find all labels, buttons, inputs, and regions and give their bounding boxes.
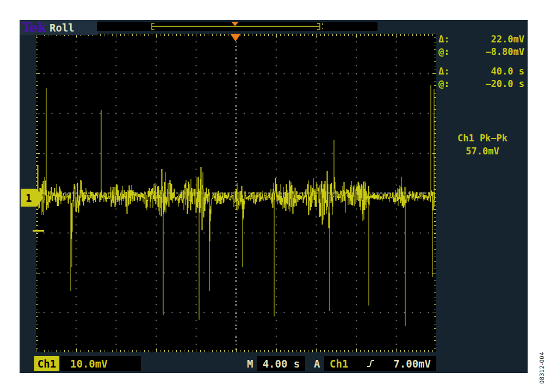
timebase-label: M bbox=[247, 356, 253, 371]
at-icon: @: bbox=[438, 78, 449, 90]
trigger-readout: Ch1 7.00mV bbox=[324, 356, 436, 371]
graticule bbox=[36, 34, 436, 352]
trigger-level: 7.00mV bbox=[393, 358, 431, 370]
cursor-delta-v-row: Δ: 22.0mV bbox=[438, 33, 527, 46]
record-view-bar bbox=[97, 22, 377, 31]
ch1-noise-waveform bbox=[36, 34, 436, 352]
at-icon: @: bbox=[438, 46, 449, 58]
trigger-source: Ch1 bbox=[330, 358, 348, 370]
time-cursor-group: Δ: 40.0 s @: −20.0 s bbox=[438, 65, 527, 90]
timebase-readout: 4.00 s bbox=[257, 356, 305, 371]
cursor-at-v-value: −8.80mV bbox=[485, 46, 524, 58]
tek-logo: Tek bbox=[22, 21, 46, 34]
trigger-mode-label: A bbox=[314, 356, 320, 371]
top-bar: Tek Roll bbox=[20, 20, 98, 35]
cursor-at-t-value: −20.0 s bbox=[485, 78, 524, 90]
cursor-at-t-row: @: −20.0 s bbox=[438, 78, 527, 90]
trigger-position-icon bbox=[230, 34, 241, 41]
voltage-cursor-group: Δ: 22.0mV @: −8.80mV bbox=[438, 33, 527, 58]
figure-page: Tek Roll 1 bbox=[0, 0, 557, 392]
cursor-delta-t-value: 40.0 s bbox=[491, 65, 524, 78]
cursor-delta-t-row: Δ: 40.0 s bbox=[438, 65, 527, 78]
vertical-scale-readout: 10.0mV bbox=[60, 356, 141, 371]
cursor-at-v-row: @: −8.80mV bbox=[438, 46, 527, 58]
delta-icon: Δ: bbox=[438, 33, 449, 46]
measurement-readout: Ch1 Pk−Pk 57.0mV bbox=[436, 132, 529, 158]
figure-number: 08312-004 bbox=[539, 340, 545, 384]
acquisition-mode-label: Roll bbox=[49, 21, 75, 34]
delta-icon: Δ: bbox=[438, 65, 449, 78]
measurement-title: Ch1 Pk−Pk bbox=[436, 132, 529, 145]
channel1-marker-label: 1 bbox=[26, 192, 32, 204]
channel1-badge: Ch1 bbox=[34, 356, 59, 371]
record-position-icon bbox=[231, 22, 239, 26]
oscilloscope-screen: Tek Roll 1 bbox=[20, 20, 528, 373]
cursor-delta-v-value: 22.0mV bbox=[491, 33, 524, 46]
ground-reference-icon bbox=[33, 230, 44, 232]
status-bar: Ch1 10.0mV M 4.00 s A Ch1 7.00mV bbox=[20, 352, 528, 373]
cursor-readout: Δ: 22.0mV @: −8.80mV Δ: 40.0 s @: −20.0 … bbox=[438, 33, 527, 97]
measurement-value: 57.0mV bbox=[436, 145, 529, 158]
rising-edge-icon bbox=[366, 359, 375, 368]
